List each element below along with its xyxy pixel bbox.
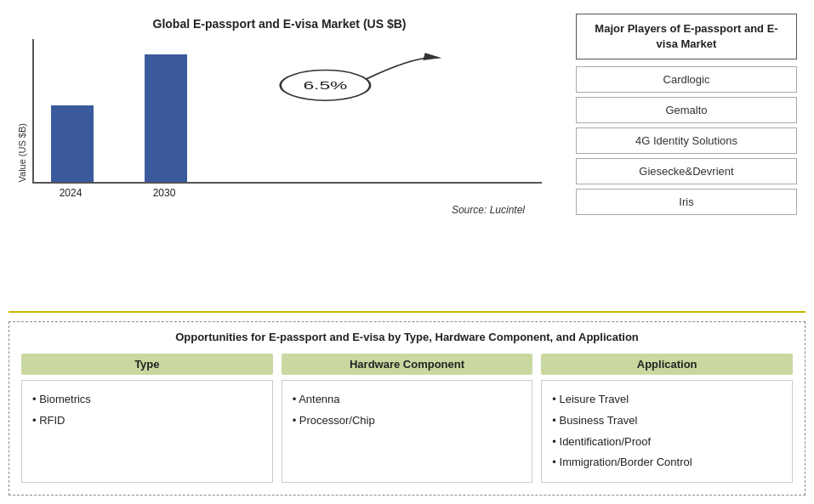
- type-item-rfid: RFID: [32, 411, 262, 432]
- chart-wrapper: Value (US $B): [17, 39, 542, 199]
- top-section: Global E-passport and E-visa Market (US …: [9, 8, 805, 301]
- hardware-header: Hardware Component: [282, 354, 533, 375]
- player-4g: 4G Identity Solutions: [576, 127, 797, 154]
- application-column: Application Leisure Travel Business Trav…: [541, 354, 793, 483]
- bar-group-2024: [51, 39, 94, 182]
- hardware-list: Antenna Processor/Chip: [293, 389, 522, 431]
- players-title: Major Players of E-passport and E-visa M…: [576, 14, 797, 59]
- hardware-item-antenna: Antenna: [293, 389, 522, 411]
- chart-source: Source: Lucintel: [452, 204, 542, 216]
- svg-text:6.5%: 6.5%: [303, 80, 347, 93]
- players-panel: Major Players of E-passport and E-visa M…: [567, 8, 805, 301]
- label-2024: 2024: [49, 187, 92, 199]
- application-list: Leisure Travel Business Travel Identific…: [552, 389, 782, 473]
- chart-title: Global E-passport and E-visa Market (US …: [153, 17, 407, 31]
- bar-group-2030: [145, 39, 187, 182]
- type-content: Biometrics RFID: [21, 380, 273, 483]
- hardware-content: Antenna Processor/Chip: [282, 380, 533, 483]
- bars-container: 6.5%: [32, 39, 542, 184]
- chart-annotation-svg: 6.5%: [34, 39, 542, 182]
- player-gemalto: Gemalto: [576, 97, 797, 123]
- bottom-title: Opportunities for E-passport and E-visa …: [21, 331, 793, 343]
- section-divider: [9, 311, 805, 313]
- bar-2030: [145, 54, 187, 182]
- y-axis-label: Value (US $B): [17, 123, 27, 183]
- x-axis-labels: 2024 2030: [32, 184, 202, 199]
- type-header: Type: [21, 354, 273, 375]
- app-item-business: Business Travel: [552, 411, 782, 432]
- type-list: Biometrics RFID: [32, 389, 262, 431]
- columns-container: Type Biometrics RFID Hardware Component …: [21, 354, 793, 483]
- label-2030: 2030: [143, 187, 185, 199]
- svg-point-0: [281, 71, 370, 101]
- app-item-immigration: Immigration/Border Control: [552, 452, 782, 473]
- hardware-column: Hardware Component Antenna Processor/Chi…: [282, 354, 533, 483]
- chart-area: Global E-passport and E-visa Market (US …: [9, 8, 559, 301]
- page: Global E-passport and E-visa Market (US …: [0, 0, 814, 504]
- application-content: Leisure Travel Business Travel Identific…: [541, 380, 793, 483]
- hardware-item-processor: Processor/Chip: [293, 411, 522, 432]
- type-column: Type Biometrics RFID: [21, 354, 273, 483]
- application-header: Application: [541, 354, 793, 375]
- chart-inner: 6.5% 2024 2030: [32, 39, 542, 199]
- app-item-leisure: Leisure Travel: [552, 389, 782, 411]
- player-cardlogic: Cardlogic: [576, 66, 797, 93]
- player-iris: Iris: [576, 189, 797, 215]
- type-item-biometrics: Biometrics: [32, 389, 262, 411]
- bar-2024: [51, 105, 94, 182]
- player-giesecke: Giesecke&Devrient: [576, 158, 797, 184]
- app-item-identification: Identification/Proof: [552, 432, 782, 453]
- bottom-section: Opportunities for E-passport and E-visa …: [9, 321, 805, 496]
